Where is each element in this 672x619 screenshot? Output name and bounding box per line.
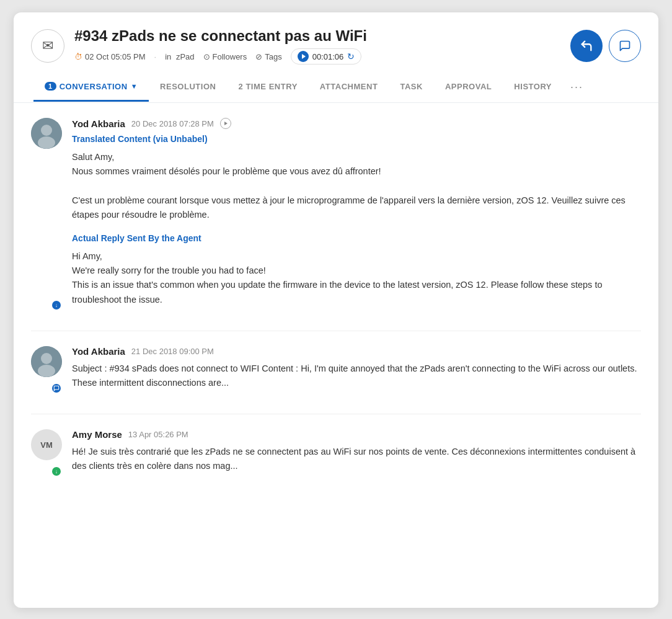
svg-point-5 [38, 365, 55, 377]
tab-time-entry-label: 2 TIME ENTRY [239, 82, 298, 91]
tab-resolution[interactable]: RESOLUTION [149, 73, 227, 102]
tags-meta[interactable]: ⊘ Tags [255, 52, 281, 61]
header-meta: ⏱ 02 Oct 05:05 PM · in zPad ⊙ Followers [74, 48, 367, 65]
tab-attachment-label: ATTACHMENT [320, 82, 378, 91]
msg-play-1[interactable] [220, 118, 231, 129]
header-actions [570, 30, 641, 62]
tab-time-entry[interactable]: 2 TIME ENTRY [228, 73, 309, 102]
msg-body-2: Yod Akbaria 21 Dec 2018 09:00 PM Subject… [72, 346, 641, 394]
dot-separator: · [154, 52, 157, 61]
ticket-title: #934 zPads ne se connectant pas au WiFi [74, 27, 367, 45]
msg-text-2: Subject : #934 sPads does not connect to… [72, 362, 641, 390]
msg-sender-1: Yod Akbaria [72, 118, 125, 129]
followers-label: Followers [213, 52, 247, 61]
conversation-badge: 1 [45, 82, 56, 91]
date-meta: ⏱ 02 Oct 05:05 PM [74, 52, 146, 61]
content-area: ↓ Yod Akbaria 20 Dec 2018 07:28 PM Trans… [14, 103, 658, 512]
msg-body-1: Yod Akbaria 20 Dec 2018 07:28 PM Transla… [72, 118, 641, 311]
avatar-badge-1: ↓ [51, 300, 62, 311]
svg-point-1 [41, 125, 52, 136]
msg-sender-3: Amy Morse [72, 429, 122, 440]
tab-approval[interactable]: APPROVAL [434, 73, 503, 102]
tab-dropdown-icon: ▼ [131, 82, 138, 90]
avatar-1 [31, 118, 62, 149]
clock-icon: ⏱ [74, 52, 82, 61]
msg-time-1: 20 Dec 2018 07:28 PM [131, 119, 214, 128]
tab-attachment[interactable]: ATTACHMENT [309, 73, 389, 102]
translated-content-label[interactable]: Translated Content (via Unbabel) [72, 134, 641, 144]
tab-resolution-label: RESOLUTION [160, 82, 216, 91]
avatar-badge-3: ↓ [51, 466, 62, 477]
tabs-more-button[interactable]: ··· [563, 72, 591, 102]
svg-point-4 [41, 353, 52, 364]
msg-time-3: 13 Apr 05:26 PM [128, 430, 188, 439]
avatar-wrap-2 [31, 346, 62, 394]
location-label: in [165, 52, 171, 61]
header: ✉ #934 zPads ne se connectant pas au WiF… [14, 12, 658, 103]
tab-history[interactable]: HISTORY [503, 73, 563, 102]
followers-icon: ⊙ [203, 52, 210, 61]
msg-header-1: Yod Akbaria 20 Dec 2018 07:28 PM [72, 118, 641, 129]
tab-task-label: TASK [400, 82, 423, 91]
avatar-wrap-1: ↓ [31, 118, 62, 311]
location-value: zPad [174, 52, 194, 61]
ticket-icon-wrap: ✉ [31, 29, 64, 63]
ticket-card: ✉ #934 zPads ne se connectant pas au WiF… [14, 12, 658, 608]
msg-text-3: Hé! Je suis très contrarié que les zPads… [72, 445, 641, 473]
tab-approval-label: APPROVAL [445, 82, 492, 91]
header-left: ✉ #934 zPads ne se connectant pas au WiF… [31, 27, 367, 65]
ticket-date: 02 Oct 05:05 PM [85, 52, 146, 61]
tab-conversation-label: CONVERSATION [60, 82, 128, 91]
avatar-3: VM [31, 429, 62, 460]
tabs-bar: 1 CONVERSATION ▼ RESOLUTION 2 TIME ENTRY… [31, 72, 641, 102]
location-meta: in zPad [165, 52, 194, 61]
header-top: ✉ #934 zPads ne se connectant pas au WiF… [31, 27, 641, 65]
followers-meta[interactable]: ⊙ Followers [203, 52, 247, 61]
email-icon: ✉ [42, 38, 53, 54]
msg-time-2: 21 Dec 2018 09:00 PM [131, 347, 214, 356]
msg-sender-2: Yod Akbaria [72, 346, 125, 357]
message-3: VM ↓ Amy Morse 13 Apr 05:26 PM Hé! Je su… [31, 429, 641, 477]
actual-reply-text-1: Hi Amy, We're really sorry for the troub… [72, 249, 641, 307]
translated-text-1: Salut Amy, Nous sommes vraiment désolés … [72, 150, 641, 222]
header-info: #934 zPads ne se connectant pas au WiFi … [74, 27, 367, 65]
msg-header-3: Amy Morse 13 Apr 05:26 PM [72, 429, 641, 440]
tags-icon: ⊘ [255, 52, 262, 61]
timer-refresh-icon[interactable]: ↻ [347, 51, 355, 61]
timer-play-button[interactable] [298, 51, 309, 62]
message-2: Yod Akbaria 21 Dec 2018 09:00 PM Subject… [31, 346, 641, 394]
avatar-2 [31, 346, 62, 377]
divider-2 [31, 414, 641, 414]
tab-task[interactable]: TASK [389, 73, 434, 102]
avatar-badge-2 [51, 383, 62, 394]
msg-body-3: Amy Morse 13 Apr 05:26 PM Hé! Je suis tr… [72, 429, 641, 477]
tab-history-label: HISTORY [514, 82, 552, 91]
tab-conversation[interactable]: 1 CONVERSATION ▼ [33, 73, 149, 102]
chat-button[interactable] [609, 30, 641, 62]
avatar-wrap-3: VM ↓ [31, 429, 62, 477]
reply-button[interactable] [570, 30, 603, 62]
msg-header-2: Yod Akbaria 21 Dec 2018 09:00 PM [72, 346, 641, 357]
timer-value: 00:01:06 [312, 52, 344, 61]
tags-label: Tags [265, 52, 281, 61]
actual-reply-label[interactable]: Actual Reply Sent By the Agent [72, 233, 641, 243]
svg-point-2 [38, 136, 55, 149]
divider-1 [31, 331, 641, 331]
message-1: ↓ Yod Akbaria 20 Dec 2018 07:28 PM Trans… [31, 118, 641, 311]
timer-wrap: 00:01:06 ↻ [291, 48, 362, 65]
